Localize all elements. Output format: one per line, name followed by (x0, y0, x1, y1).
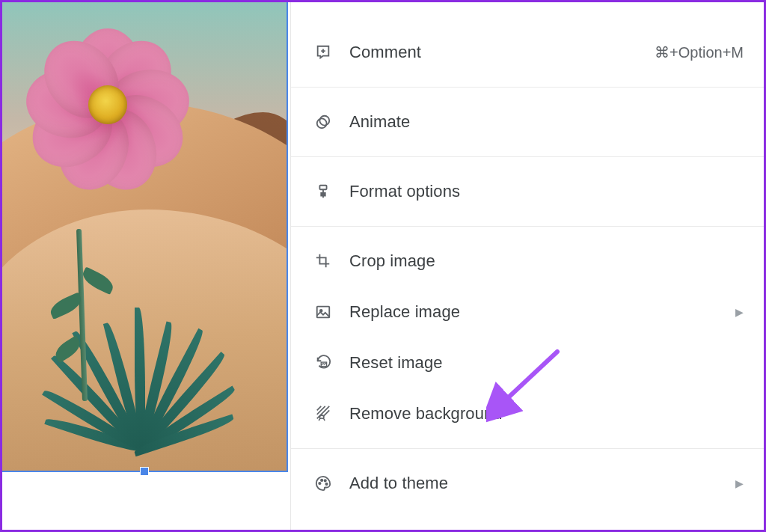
menu-label: Crop image (349, 251, 435, 271)
image-flower (25, 28, 190, 178)
svg-line-9 (317, 406, 322, 411)
canvas-pane (0, 0, 290, 532)
selected-image[interactable] (0, 0, 288, 472)
menu-label: Comment (349, 43, 421, 62)
menu-label: Reset image (349, 353, 443, 373)
svg-rect-4 (319, 186, 326, 190)
menu-item-comment[interactable]: Comment ⌘+Option+M (291, 27, 766, 78)
svg-point-17 (325, 483, 327, 485)
menu-shortcut: ⌘+Option+M (655, 43, 744, 61)
comment-icon (313, 43, 333, 62)
crop-icon (313, 251, 333, 271)
reset-image-icon (313, 353, 333, 373)
menu-item-crop-image[interactable]: Crop image (291, 236, 766, 287)
menu-label: Format options (349, 182, 460, 201)
svg-point-16 (325, 480, 326, 481)
menu-label: Add to theme (349, 474, 448, 493)
menu-item-remove-background[interactable]: Remove background (291, 388, 766, 439)
svg-point-2 (317, 118, 327, 128)
replace-image-icon (313, 302, 333, 322)
format-options-icon (313, 182, 333, 201)
animate-icon (313, 112, 333, 132)
submenu-arrow-icon: ▶ (735, 477, 744, 489)
svg-point-3 (319, 116, 329, 126)
menu-label: Remove background (349, 404, 503, 424)
submenu-arrow-icon: ▶ (735, 306, 744, 318)
menu-label: Animate (349, 112, 410, 132)
context-menu: Comment ⌘+Option+M Animate (290, 0, 766, 532)
remove-background-icon (313, 404, 333, 424)
menu-item-add-to-theme[interactable]: Add to theme ▶ (291, 458, 766, 509)
menu-item-format-options[interactable]: Format options (291, 166, 766, 217)
svg-point-15 (321, 480, 322, 481)
menu-item-animate[interactable]: Animate (291, 97, 766, 147)
palette-icon (313, 474, 333, 493)
menu-item-reset-image[interactable]: Reset image (291, 337, 766, 388)
menu-item-replace-image[interactable]: Replace image ▶ (291, 287, 766, 337)
app-container: Comment ⌘+Option+M Animate (0, 0, 766, 532)
menu-label: Replace image (349, 302, 460, 322)
svg-point-14 (319, 483, 320, 484)
svg-line-10 (317, 406, 325, 415)
